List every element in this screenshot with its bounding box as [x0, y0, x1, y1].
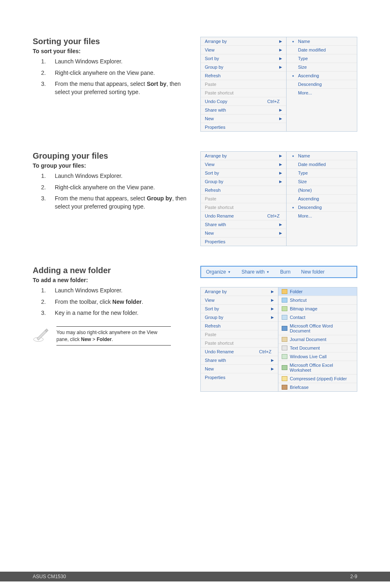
menu-item[interactable]: Group by▶ — [201, 63, 286, 72]
menu-item-label: Properties — [205, 375, 274, 380]
menu-item[interactable]: Properties — [201, 238, 286, 246]
submenu-arrow-icon: ▶ — [279, 39, 282, 43]
menu-item[interactable]: View▶ — [201, 46, 286, 54]
menu-item[interactable]: Sort by▶ — [201, 169, 286, 177]
menu-item[interactable]: Refresh — [201, 322, 278, 330]
menu-item[interactable]: View▶ — [201, 296, 278, 305]
menu-item[interactable]: New▶ — [201, 229, 286, 238]
ic-excel-icon — [282, 365, 287, 370]
subhead-adding: To add a new folder: — [33, 277, 192, 283]
tip-box: You may also right-click anywhere on the… — [33, 326, 192, 346]
menu-item[interactable]: Share with▶ — [201, 106, 286, 114]
submenu-item[interactable]: Microsoft Office Word Document — [278, 322, 357, 335]
menu-item[interactable]: Arrange by▶ — [201, 37, 286, 46]
context-menu-sort: Arrange by▶View▶Sort by▶Group by▶Refresh… — [200, 37, 357, 132]
submenu-item[interactable]: Size — [287, 177, 357, 186]
submenu-item[interactable]: Contact — [278, 313, 357, 322]
submenu-item[interactable]: Bitmap image — [278, 305, 357, 313]
submenu-item-label: Folder — [290, 289, 303, 294]
burn-button[interactable]: Burn — [280, 269, 290, 275]
submenu-arrow-icon: ▶ — [279, 222, 282, 227]
submenu-item-label: Name — [298, 153, 310, 158]
step-item: Launch Windows Explorer. — [47, 58, 192, 66]
submenu-item[interactable]: ●Ascending — [287, 72, 357, 80]
submenu-item[interactable]: Microsoft Office Excel Worksheet — [278, 361, 357, 375]
submenu-item[interactable]: ●Name — [287, 37, 357, 46]
menu-item[interactable]: Sort by▶ — [201, 305, 278, 313]
menu-item-label: Refresh — [205, 323, 274, 328]
submenu-arrow-icon: ▶ — [271, 290, 274, 294]
menu-item[interactable]: Properties — [201, 373, 278, 382]
submenu-item[interactable]: Shortcut — [278, 296, 357, 305]
share-with-button[interactable]: Share with ▼ — [242, 269, 270, 275]
submenu-item[interactable]: (None) — [287, 186, 357, 195]
submenu-item[interactable]: Date modified — [287, 46, 357, 54]
menu-item[interactable]: Properties — [201, 123, 286, 131]
menu-item[interactable]: New▶ — [201, 365, 278, 373]
submenu-item[interactable]: Type — [287, 169, 357, 177]
submenu-item[interactable]: Descending — [287, 80, 357, 89]
organize-button[interactable]: Organize ▼ — [206, 269, 231, 275]
submenu-arrow-icon: ▶ — [279, 56, 282, 61]
step-item: From the menu that appears, select Sort … — [47, 80, 192, 96]
menu-item[interactable]: New▶ — [201, 114, 286, 123]
submenu-item[interactable]: Briefcase — [278, 383, 357, 391]
menu-item-label: View — [205, 162, 279, 167]
menu-item-label: Refresh — [205, 188, 282, 193]
step-item: Launch Windows Explorer. — [47, 172, 192, 180]
menu-item[interactable]: Undo CopyCtrl+Z — [201, 97, 286, 106]
menu-item[interactable]: Refresh — [201, 186, 286, 195]
submenu-item[interactable]: Ascending — [287, 195, 357, 203]
submenu-item[interactable]: Size — [287, 63, 357, 72]
menu-item-label: View — [205, 298, 271, 303]
menu-item-label: Paste shortcut — [205, 205, 282, 210]
submenu-item[interactable]: Windows Live Call — [278, 352, 357, 361]
submenu-arrow-icon: ▶ — [279, 171, 282, 175]
menu-item-label: Paste — [205, 196, 282, 201]
submenu-item[interactable]: ●Name — [287, 152, 357, 160]
submenu-item-label: Ascending — [298, 196, 319, 201]
menu-item[interactable]: Undo RenameCtrl+Z — [201, 212, 286, 220]
pen-icon — [33, 326, 49, 343]
menu-item[interactable]: Refresh — [201, 72, 286, 80]
submenu-item[interactable]: Folder — [278, 287, 357, 296]
submenu-item[interactable]: Type — [287, 54, 357, 63]
ic-journal-icon — [282, 337, 287, 342]
submenu-item[interactable]: Compressed (zipped) Folder — [278, 375, 357, 383]
step-item: From the menu that appears, select Group… — [47, 195, 192, 211]
caret-icon: ▼ — [228, 270, 231, 274]
menu-item[interactable]: Arrange by▶ — [201, 287, 278, 296]
menu-item[interactable]: Arrange by▶ — [201, 152, 286, 160]
steps-adding: Launch Windows Explorer.From the toolbar… — [40, 287, 192, 317]
submenu-item[interactable]: Text Document — [278, 344, 357, 352]
menu-item[interactable]: Sort by▶ — [201, 54, 286, 63]
submenu-item[interactable]: ●Descending — [287, 203, 357, 212]
step-item: Right-click anywhere on the View pane. — [47, 69, 192, 77]
submenu-item-label: Descending — [298, 82, 322, 87]
submenu-arrow-icon: ▶ — [271, 315, 274, 319]
submenu-item-label: Briefcase — [290, 385, 309, 390]
new-folder-button[interactable]: New folder — [301, 269, 325, 275]
menu-item[interactable]: Share with▶ — [201, 220, 286, 229]
context-menu-new: Arrange by▶View▶Sort by▶Group by▶Refresh… — [200, 287, 357, 392]
menu-item[interactable]: Group by▶ — [201, 177, 286, 186]
submenu-item[interactable]: Journal Document — [278, 335, 357, 344]
step-item: Key in a name for the new folder. — [47, 309, 192, 317]
ic-brief-icon — [282, 385, 287, 390]
menu-item[interactable]: View▶ — [201, 160, 286, 169]
menu-item[interactable]: Undo RenameCtrl+Z — [201, 348, 278, 356]
submenu-arrow-icon: ▶ — [279, 108, 282, 112]
submenu-item-label: Compressed (zipped) Folder — [290, 376, 347, 381]
submenu-item[interactable]: Date modified — [287, 160, 357, 169]
section-grouping: Grouping your files To group your files:… — [33, 151, 357, 246]
bullet-icon: ● — [290, 206, 296, 209]
menu-item-label: Undo Rename — [205, 349, 259, 354]
section-adding: Adding a new folder To add a new folder:… — [33, 266, 357, 392]
tip-text: You may also right-click anywhere on the… — [56, 326, 171, 346]
submenu-item-label: Name — [298, 39, 310, 44]
submenu-item[interactable]: More... — [287, 89, 357, 97]
menu-item-label: Share with — [205, 222, 279, 227]
menu-item[interactable]: Group by▶ — [201, 313, 278, 322]
menu-item[interactable]: Share with▶ — [201, 356, 278, 365]
submenu-item[interactable]: More... — [287, 212, 357, 220]
